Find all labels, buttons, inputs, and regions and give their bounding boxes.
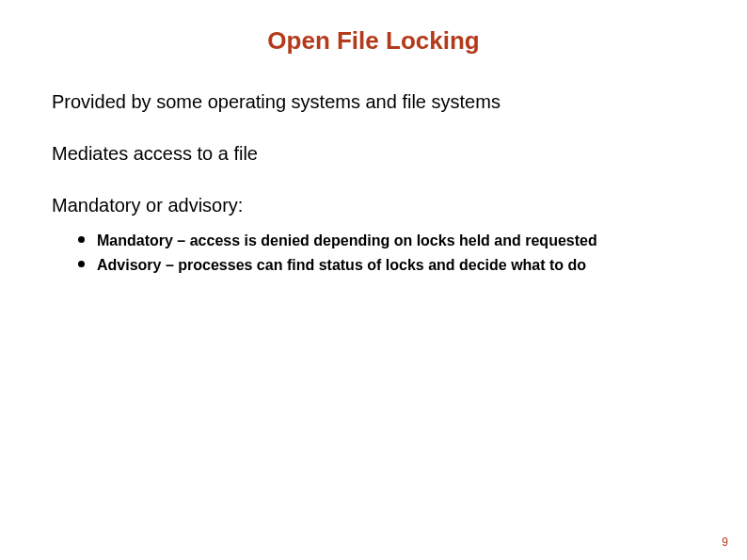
slide-title: Open File Locking (52, 26, 695, 56)
page-number: 9 (722, 536, 728, 549)
point-2: Mediates access to a file (52, 143, 695, 165)
point-1: Provided by some operating systems and f… (52, 91, 695, 113)
point-3: Mandatory or advisory: (52, 195, 695, 216)
subitem-advisory: Advisory – processes can find status of … (97, 254, 695, 277)
subitem-mandatory: Mandatory – access is denied depending o… (97, 230, 695, 252)
sublist: Mandatory – access is denied depending o… (52, 230, 695, 277)
